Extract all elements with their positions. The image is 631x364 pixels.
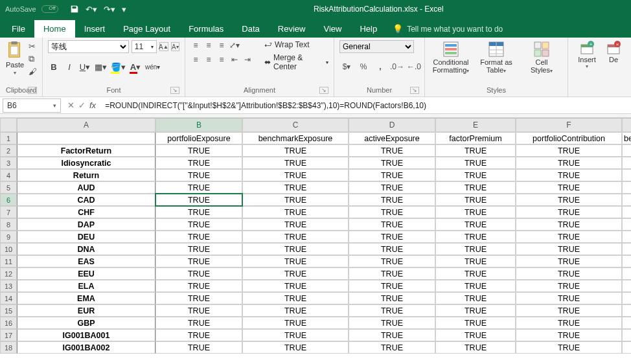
cut-icon[interactable]: ✂ xyxy=(29,41,37,51)
cell[interactable]: TRUE xyxy=(349,206,435,218)
cell[interactable]: TRUE xyxy=(516,231,622,243)
cell[interactable]: TRUE xyxy=(155,194,242,206)
row-header-8[interactable]: 8 xyxy=(0,218,17,231)
cancel-formula-icon[interactable]: ✕ xyxy=(67,100,75,110)
cell[interactable]: Return xyxy=(17,169,155,181)
cell[interactable]: be xyxy=(622,132,631,144)
cell[interactable]: TRUE xyxy=(155,169,242,181)
cell[interactable]: IG001BA001 xyxy=(17,329,155,341)
increase-font-icon[interactable]: A▲ xyxy=(159,42,168,51)
cell[interactable]: EEU xyxy=(17,267,155,280)
cell[interactable]: TRUE xyxy=(155,181,242,194)
number-format-select[interactable]: General xyxy=(339,40,414,53)
cell[interactable]: TRUE xyxy=(435,243,516,255)
cell[interactable] xyxy=(622,292,631,304)
cell[interactable]: TRUE xyxy=(516,181,622,194)
row-header-18[interactable]: 18 xyxy=(0,341,17,354)
redo-icon[interactable]: ↷▾ xyxy=(104,5,115,14)
cell[interactable]: TRUE xyxy=(242,280,349,292)
cell[interactable]: TRUE xyxy=(516,218,622,231)
cell[interactable] xyxy=(17,132,155,144)
cell[interactable]: CHF xyxy=(17,206,155,218)
col-header-D[interactable]: D xyxy=(349,118,435,132)
cell[interactable]: TRUE xyxy=(349,181,435,194)
increase-indent-icon[interactable]: ⇥ xyxy=(242,54,253,65)
cell[interactable]: TRUE xyxy=(242,292,349,304)
fx-icon[interactable]: fx xyxy=(89,100,96,110)
merge-center-button[interactable]: ⬌ Merge & Center ▾ xyxy=(264,53,328,71)
cell[interactable]: TRUE xyxy=(516,292,622,304)
align-middle-icon[interactable]: ≡ xyxy=(203,40,214,51)
comma-format-icon[interactable]: , xyxy=(373,61,387,73)
row-header-11[interactable]: 11 xyxy=(0,255,17,267)
row-header-5[interactable]: 5 xyxy=(0,181,17,194)
paste-button[interactable]: Paste ▾ xyxy=(5,40,25,76)
cell[interactable]: GBP xyxy=(17,317,155,329)
cell[interactable]: TRUE xyxy=(155,304,242,317)
cell[interactable]: TRUE xyxy=(349,292,435,304)
enter-formula-icon[interactable]: ✓ xyxy=(78,100,86,110)
cell[interactable]: AUD xyxy=(17,181,155,194)
cell[interactable]: TRUE xyxy=(516,243,622,255)
cell[interactable]: TRUE xyxy=(242,329,349,341)
save-icon[interactable] xyxy=(70,5,79,14)
cell[interactable]: TRUE xyxy=(435,206,516,218)
cell[interactable]: TRUE xyxy=(516,157,622,169)
cell[interactable]: TRUE xyxy=(242,231,349,243)
italic-button[interactable]: I xyxy=(63,61,75,73)
select-all-corner[interactable] xyxy=(0,118,17,132)
number-launcher[interactable]: ↘ xyxy=(410,87,419,94)
cell[interactable]: TRUE xyxy=(242,255,349,267)
cell[interactable]: TRUE xyxy=(349,218,435,231)
cell[interactable]: TRUE xyxy=(435,304,516,317)
cell[interactable]: TRUE xyxy=(435,267,516,280)
col-header-B[interactable]: B xyxy=(155,118,242,132)
wrap-text-button[interactable]: ⮐ Wrap Text xyxy=(264,40,328,49)
tab-formulas[interactable]: Formulas xyxy=(179,20,233,38)
row-header-4[interactable]: 4 xyxy=(0,169,17,181)
cell[interactable]: TRUE xyxy=(435,194,516,206)
orientation-icon[interactable]: ⤢▾ xyxy=(229,40,240,51)
cell[interactable] xyxy=(622,218,631,231)
cell[interactable]: TRUE xyxy=(349,317,435,329)
cell[interactable]: TRUE xyxy=(242,194,349,206)
align-center-icon[interactable]: ≡ xyxy=(203,54,214,65)
row-header-13[interactable]: 13 xyxy=(0,280,17,292)
cell[interactable]: TRUE xyxy=(516,341,622,354)
row-header-12[interactable]: 12 xyxy=(0,267,17,280)
cell[interactable]: TRUE xyxy=(516,169,622,181)
delete-cells-button[interactable]: × De xyxy=(604,40,623,63)
cell[interactable]: TRUE xyxy=(435,255,516,267)
cell[interactable]: TRUE xyxy=(516,329,622,341)
cell[interactable] xyxy=(622,267,631,280)
cell[interactable] xyxy=(622,169,631,181)
row-header-16[interactable]: 16 xyxy=(0,317,17,329)
cell[interactable]: TRUE xyxy=(349,255,435,267)
cell[interactable]: TRUE xyxy=(435,292,516,304)
format-painter-icon[interactable]: 🖌 xyxy=(29,67,37,76)
decrease-indent-icon[interactable]: ⇤ xyxy=(229,54,240,65)
formula-input[interactable]: =ROUND(INDIRECT("["&Input!$H$2&"]Attribu… xyxy=(102,101,631,110)
cell[interactable]: TRUE xyxy=(349,231,435,243)
cell[interactable]: portfolioContribution xyxy=(516,132,622,144)
cell[interactable]: TRUE xyxy=(155,231,242,243)
cell[interactable]: DAP xyxy=(17,218,155,231)
cell[interactable] xyxy=(622,341,631,354)
row-header-9[interactable]: 9 xyxy=(0,231,17,243)
decrease-decimal-icon[interactable]: ←.0 xyxy=(407,61,421,73)
cell[interactable]: TRUE xyxy=(155,280,242,292)
cell[interactable]: TRUE xyxy=(435,317,516,329)
col-header-C[interactable]: C xyxy=(242,118,349,132)
percent-format-icon[interactable]: % xyxy=(356,61,371,73)
qat-customize-icon[interactable]: ▾ xyxy=(122,5,126,14)
cell[interactable]: TRUE xyxy=(435,144,516,157)
cell[interactable]: DEU xyxy=(17,231,155,243)
col-header-A[interactable]: A xyxy=(17,118,155,132)
cell[interactable] xyxy=(622,329,631,341)
cell[interactable]: TRUE xyxy=(349,280,435,292)
row-header-1[interactable]: 1 xyxy=(0,132,17,144)
cell[interactable]: EAS xyxy=(17,255,155,267)
cell[interactable] xyxy=(622,144,631,157)
tab-data[interactable]: Data xyxy=(233,20,268,38)
spreadsheet-grid[interactable]: ABCDEF1portfolioExposurebenchmarkExposur… xyxy=(0,118,631,354)
